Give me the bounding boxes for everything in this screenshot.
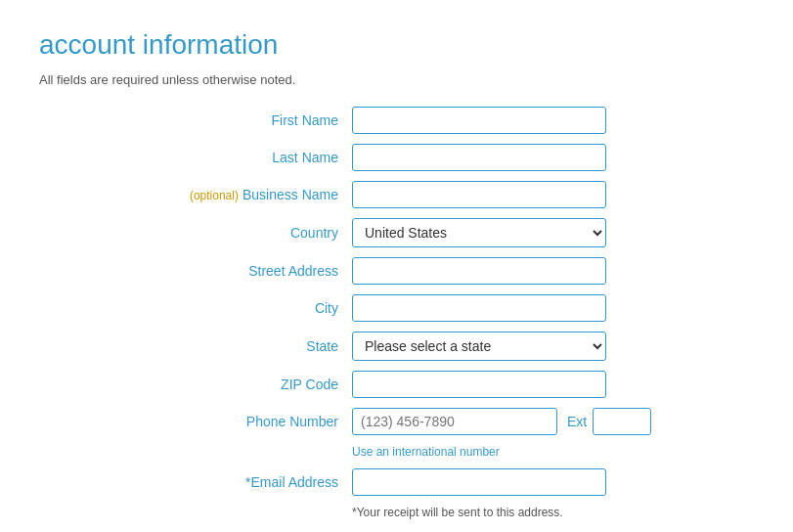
street-address-label: Street Address (39, 263, 352, 279)
state-select[interactable]: Please select a state Alabama Alaska Ari… (352, 332, 606, 361)
business-name-input[interactable] (352, 181, 606, 208)
phone-number-label: Phone Number (39, 414, 352, 429)
first-name-row: First Name (39, 107, 754, 134)
last-name-row: Last Name (39, 144, 754, 171)
street-address-input[interactable] (352, 257, 606, 285)
first-name-input[interactable] (352, 107, 606, 134)
city-input[interactable] (352, 294, 606, 322)
optional-tag: (optional) (190, 189, 239, 202)
email-note-row: *Your receipt will be sent to this addre… (39, 506, 754, 519)
business-name-row: (optional)Business Name (39, 181, 754, 208)
zip-code-input[interactable] (352, 371, 606, 398)
email-address-label: *Email Address (39, 474, 352, 490)
first-name-label: First Name (39, 112, 352, 128)
email-address-row: *Email Address (39, 468, 754, 496)
int-number-hint: Use an international number (352, 445, 500, 459)
business-name-label: (optional)Business Name (39, 187, 352, 202)
city-label: City (39, 300, 352, 316)
city-row: City (39, 294, 754, 322)
last-name-label: Last Name (39, 150, 352, 165)
country-select[interactable]: United States Canada United Kingdom Aust… (352, 218, 606, 247)
ext-input[interactable] (593, 408, 651, 435)
zip-code-label: ZIP Code (39, 377, 352, 392)
email-address-input[interactable] (352, 468, 606, 496)
page-title: account information (39, 29, 754, 61)
ext-label: Ext (567, 414, 587, 429)
state-label: State (39, 338, 352, 354)
phone-number-input[interactable] (352, 408, 557, 435)
country-row: Country United States Canada United King… (39, 218, 754, 247)
phone-number-row: Phone Number Ext (39, 408, 754, 435)
last-name-input[interactable] (352, 144, 606, 171)
int-number-hint-row: Use an international number (39, 445, 754, 459)
state-row: State Please select a state Alabama Alas… (39, 332, 754, 361)
page-subtitle: All fields are required unless otherwise… (39, 72, 754, 87)
email-note: *Your receipt will be sent to this addre… (352, 506, 563, 519)
zip-code-row: ZIP Code (39, 371, 754, 398)
country-label: Country (39, 225, 352, 241)
street-address-row: Street Address (39, 257, 754, 285)
